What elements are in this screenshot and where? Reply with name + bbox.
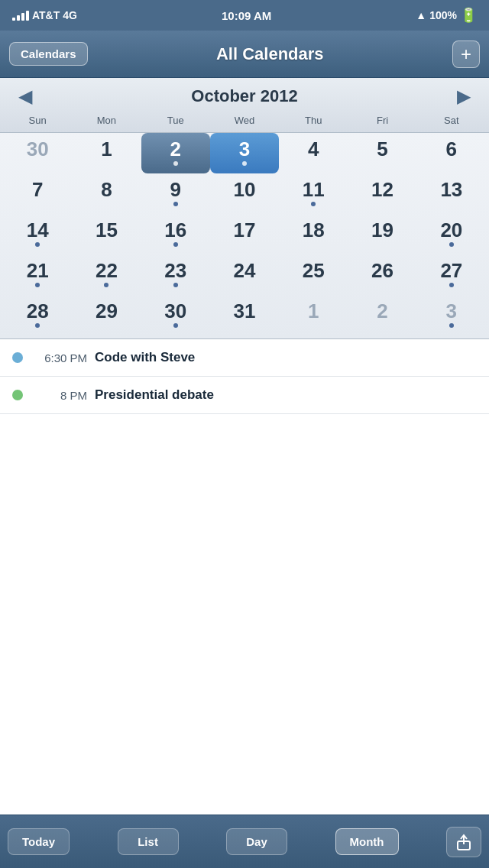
event-item-0[interactable]: 6:30 PMCode with Steve xyxy=(0,339,489,377)
day-number: 11 xyxy=(303,178,325,201)
calendar-day-2-1[interactable]: 15 xyxy=(72,214,141,254)
day-number: 9 xyxy=(170,178,180,201)
day-number: 23 xyxy=(164,259,186,282)
calendar-day-3-3[interactable]: 24 xyxy=(210,254,279,295)
add-event-button[interactable]: + xyxy=(452,40,480,68)
day-number: 25 xyxy=(303,259,325,282)
calendar-day-1-0[interactable]: 7 xyxy=(3,173,72,214)
calendar-day-1-1[interactable]: 8 xyxy=(72,173,141,214)
day-number: 28 xyxy=(27,300,49,322)
calendar-day-4-6[interactable]: 3 xyxy=(417,295,486,335)
day-number: 7 xyxy=(32,178,43,201)
event-indicator-dot xyxy=(173,323,178,328)
calendar-day-2-5[interactable]: 19 xyxy=(348,214,416,254)
calendars-button[interactable]: Calendars xyxy=(9,42,88,66)
signal-bar-1 xyxy=(12,18,15,21)
month-year-label: October 2012 xyxy=(191,86,297,106)
calendar-day-1-2[interactable]: 9 xyxy=(141,173,210,214)
calendar-day-3-1[interactable]: 22 xyxy=(72,254,141,295)
calendar-day-2-4[interactable]: 18 xyxy=(279,214,348,254)
calendar-day-3-2[interactable]: 23 xyxy=(141,254,210,295)
calendar-day-4-5[interactable]: 2 xyxy=(348,295,416,335)
event-color-dot xyxy=(12,352,23,363)
signal-bar-3 xyxy=(21,13,24,21)
signal-bar-2 xyxy=(17,15,20,21)
calendar-day-3-6[interactable]: 27 xyxy=(417,254,486,295)
calendar-day-2-6[interactable]: 20 xyxy=(417,214,486,254)
event-indicator-dot xyxy=(35,242,40,247)
bottom-toolbar: Today List Day Month xyxy=(0,815,489,868)
status-right: ▲ 100% 🔋 xyxy=(416,7,477,24)
calendar-day-0-6[interactable]: 6 xyxy=(417,133,486,173)
calendar-day-2-0[interactable]: 14 xyxy=(3,214,72,254)
day-number: 2 xyxy=(377,300,387,322)
day-header-tue: Tue xyxy=(141,113,210,128)
day-number: 21 xyxy=(27,259,49,282)
day-number: 30 xyxy=(164,300,186,322)
event-indicator-dot xyxy=(173,202,178,206)
day-number: 19 xyxy=(371,219,393,241)
calendar-day-1-6[interactable]: 13 xyxy=(417,173,486,214)
next-month-button[interactable]: ▶ xyxy=(451,86,477,107)
calendar-day-4-1[interactable]: 29 xyxy=(72,295,141,335)
calendar-day-1-4[interactable]: 11 xyxy=(279,173,348,214)
calendar-day-4-2[interactable]: 30 xyxy=(141,295,210,335)
calendar-day-2-2[interactable]: 16 xyxy=(141,214,210,254)
calendar-day-0-4[interactable]: 4 xyxy=(279,133,348,173)
day-number: 14 xyxy=(27,219,49,241)
day-number: 5 xyxy=(377,138,387,160)
list-button[interactable]: List xyxy=(118,828,179,855)
calendar-header: ◀ October 2012 ▶ Sun Mon Tue Wed Thu Fri… xyxy=(0,78,489,133)
calendar-day-3-0[interactable]: 21 xyxy=(3,254,72,295)
day-number: 1 xyxy=(308,300,319,322)
event-time: 6:30 PM xyxy=(34,351,87,364)
prev-month-button[interactable]: ◀ xyxy=(12,86,38,107)
event-indicator-dot xyxy=(35,323,40,328)
calendar-grid: 3012345678910111213141516171819202122232… xyxy=(0,133,489,339)
day-number: 26 xyxy=(371,259,393,282)
day-header-sat: Sat xyxy=(417,113,486,128)
event-indicator-dot xyxy=(449,242,454,247)
location-icon: ▲ xyxy=(416,9,426,21)
event-color-dot xyxy=(12,390,23,400)
share-button[interactable] xyxy=(446,827,481,857)
calendar-day-3-4[interactable]: 25 xyxy=(279,254,348,295)
status-left: AT&T 4G xyxy=(12,9,77,21)
day-number: 15 xyxy=(96,219,118,241)
day-number: 4 xyxy=(308,138,319,160)
signal-bar-4 xyxy=(26,11,29,21)
event-indicator-dot xyxy=(104,283,108,287)
calendar-day-4-4[interactable]: 1 xyxy=(279,295,348,335)
event-title: Presidential debate xyxy=(95,387,214,403)
status-time: 10:09 AM xyxy=(222,9,271,22)
calendar-day-2-3[interactable]: 17 xyxy=(210,214,279,254)
calendar-day-0-2[interactable]: 2 xyxy=(141,133,210,173)
calendar-day-4-3[interactable]: 31 xyxy=(210,295,279,335)
day-number: 29 xyxy=(96,300,118,322)
today-button[interactable]: Today xyxy=(8,828,70,855)
event-title: Code with Steve xyxy=(95,350,195,365)
calendar-day-0-0[interactable]: 30 xyxy=(3,133,72,173)
calendar-day-1-3[interactable]: 10 xyxy=(210,173,279,214)
day-button[interactable]: Day xyxy=(226,828,287,855)
event-indicator-dot xyxy=(449,323,454,328)
calendar-day-3-5[interactable]: 26 xyxy=(348,254,416,295)
day-number: 6 xyxy=(446,138,457,160)
calendar-day-0-3[interactable]: 3 xyxy=(210,133,279,173)
month-button[interactable]: Month xyxy=(335,828,399,855)
day-header-mon: Mon xyxy=(72,113,141,128)
nav-title: All Calendars xyxy=(216,44,324,64)
calendar-day-0-5[interactable]: 5 xyxy=(348,133,416,173)
status-bar: AT&T 4G 10:09 AM ▲ 100% 🔋 xyxy=(0,0,489,31)
signal-bars xyxy=(12,11,29,21)
day-header-thu: Thu xyxy=(279,113,348,128)
calendar-day-1-5[interactable]: 12 xyxy=(348,173,416,214)
event-item-1[interactable]: 8 PMPresidential debate xyxy=(0,377,489,414)
day-header-fri: Fri xyxy=(348,113,416,128)
day-number: 2 xyxy=(170,138,180,160)
calendar-day-4-0[interactable]: 28 xyxy=(3,295,72,335)
calendar-day-0-1[interactable]: 1 xyxy=(72,133,141,173)
day-number: 22 xyxy=(96,259,118,282)
day-number: 3 xyxy=(239,138,250,160)
month-navigation: ◀ October 2012 ▶ xyxy=(0,86,489,107)
